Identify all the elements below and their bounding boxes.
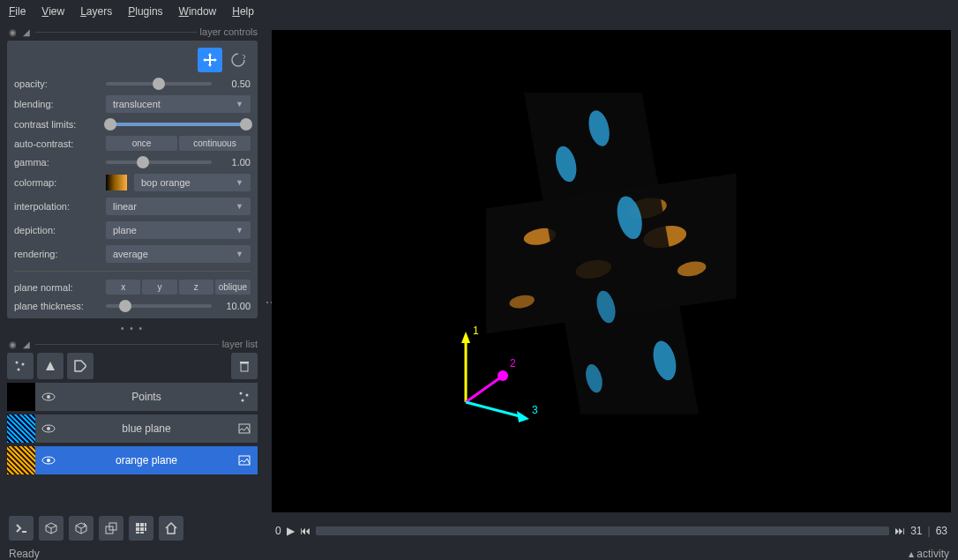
svg-text:1: 1 — [473, 325, 479, 337]
auto-contrast-label: auto-contrast: — [14, 138, 99, 149]
interpolation-label: interpolation: — [14, 201, 99, 212]
plane-thickness-slider[interactable] — [106, 304, 212, 308]
transpose-button[interactable] — [99, 516, 123, 541]
menu-window[interactable]: Window — [179, 5, 217, 18]
pan-zoom-button[interactable] — [198, 48, 222, 72]
status-ready: Ready — [9, 548, 40, 560]
layer-item-orange-plane[interactable]: orange plane — [7, 446, 258, 474]
auto-contrast-continuous-button[interactable]: continuous — [179, 136, 251, 151]
new-points-button[interactable] — [7, 353, 34, 379]
layer-item-blue-plane[interactable]: blue plane — [7, 414, 258, 443]
chevron-down-icon: ▼ — [236, 226, 243, 235]
activity-toggle[interactable]: ▴ activity — [909, 548, 949, 560]
layer-list-header: ◉ ◢ layer list — [7, 339, 258, 349]
layer-name[interactable]: blue plane — [62, 414, 231, 443]
svg-point-16 — [47, 459, 50, 462]
popout-icon[interactable]: ◢ — [21, 26, 32, 37]
layer-controls-header: ◉ ◢ layer controls — [7, 26, 258, 37]
plane-normal-x-button[interactable]: x — [106, 280, 140, 295]
svg-rect-49 — [136, 532, 139, 534]
svg-text:3: 3 — [532, 404, 538, 416]
svg-point-8 — [47, 395, 50, 399]
chevron-down-icon: ▼ — [236, 250, 243, 258]
status-bar: Ready ▴ activity — [0, 544, 958, 560]
colormap-label: colormap: — [14, 177, 99, 188]
render-view — [272, 30, 951, 512]
plane-normal-z-button[interactable]: z — [179, 280, 213, 295]
eye-icon[interactable]: ◉ — [7, 26, 18, 37]
layer-controls-panel: opacity: 0.50 blending: translucent▼ con… — [7, 41, 258, 318]
layer-name[interactable]: orange plane — [62, 446, 231, 474]
menu-plugins[interactable]: Plugins — [128, 5, 162, 18]
svg-rect-47 — [140, 527, 144, 531]
rendering-select[interactable]: average▼ — [106, 245, 251, 263]
grid-button[interactable] — [129, 516, 153, 541]
blending-select[interactable]: translucent▼ — [106, 95, 251, 113]
axis-indicator: 1 2 3 — [439, 318, 545, 424]
visibility-toggle[interactable] — [35, 414, 62, 443]
delete-layer-button[interactable] — [231, 353, 258, 379]
image-icon — [231, 446, 258, 474]
plane-normal-oblique-button[interactable]: oblique — [215, 280, 251, 295]
menu-file[interactable]: File — [9, 5, 26, 18]
svg-rect-46 — [136, 527, 139, 531]
home-button[interactable] — [159, 516, 183, 541]
dim-max: 63 — [936, 525, 947, 537]
contrast-limits-slider[interactable] — [106, 123, 251, 126]
svg-rect-6 — [240, 362, 249, 363]
blending-label: blending: — [14, 99, 99, 109]
dimension-slider-row: 0 ▶ ⏮ ⏭ 31 | 63 — [272, 525, 951, 537]
svg-point-3 — [22, 363, 25, 366]
svg-point-11 — [242, 399, 244, 402]
rendering-label: rendering: — [14, 249, 99, 259]
menu-layers[interactable]: Layers — [80, 5, 112, 18]
svg-rect-1 — [206, 59, 214, 61]
colormap-select[interactable]: bop orange▼ — [134, 174, 251, 191]
svg-marker-33 — [461, 332, 470, 343]
gamma-slider[interactable] — [106, 161, 212, 164]
play-button[interactable]: ▶ — [287, 525, 295, 537]
interpolation-select[interactable]: linear▼ — [106, 198, 251, 215]
plane-thickness-label: plane thickness: — [14, 301, 99, 311]
depiction-select[interactable]: plane▼ — [106, 221, 251, 239]
plane-normal-label: plane normal: — [14, 282, 99, 293]
menu-help[interactable]: Help — [232, 5, 254, 18]
svg-marker-39 — [517, 411, 529, 422]
svg-rect-48 — [145, 527, 146, 531]
console-button[interactable] — [9, 516, 34, 541]
panel-resize-handle[interactable]: • • • — [7, 322, 258, 335]
points-icon — [231, 383, 258, 411]
new-shapes-button[interactable] — [37, 353, 64, 379]
opacity-label: opacity: — [14, 78, 99, 89]
step-forward-button[interactable]: ⏭ — [894, 525, 905, 537]
opacity-slider[interactable] — [106, 82, 212, 86]
visibility-toggle[interactable] — [35, 446, 62, 474]
visibility-toggle[interactable] — [35, 383, 62, 411]
svg-point-9 — [240, 392, 243, 395]
dim-slider[interactable] — [316, 526, 889, 535]
popout-icon[interactable]: ◢ — [21, 339, 32, 349]
ndisplay-button[interactable] — [39, 516, 64, 541]
layer-thumbnail — [7, 383, 35, 411]
new-labels-button[interactable] — [67, 353, 94, 379]
svg-point-36 — [498, 370, 508, 381]
dim-current: 0 — [275, 525, 281, 537]
chevron-down-icon: ▼ — [236, 178, 243, 187]
transform-button[interactable] — [226, 48, 251, 72]
svg-point-10 — [246, 394, 249, 397]
auto-contrast-once-button[interactable]: once — [106, 136, 177, 151]
svg-rect-50 — [140, 532, 144, 534]
chevron-down-icon: ▼ — [236, 100, 243, 108]
step-back-button[interactable]: ⏮ — [300, 525, 311, 537]
layer-name[interactable]: Points — [62, 383, 231, 411]
layer-item-points[interactable]: Points — [7, 383, 258, 411]
svg-point-2 — [16, 362, 19, 364]
menu-view[interactable]: View — [41, 5, 64, 18]
gamma-label: gamma: — [14, 157, 99, 168]
viewer-canvas[interactable]: 1 2 3 0 ▶ ⏮ ⏭ 31 | 63 — [272, 30, 951, 512]
plane-normal-y-button[interactable]: y — [142, 280, 176, 295]
roll-dims-button[interactable] — [69, 516, 94, 541]
plane-thickness-value: 10.00 — [219, 301, 251, 311]
gamma-value: 1.00 — [219, 157, 251, 168]
eye-icon[interactable]: ◉ — [7, 339, 18, 349]
